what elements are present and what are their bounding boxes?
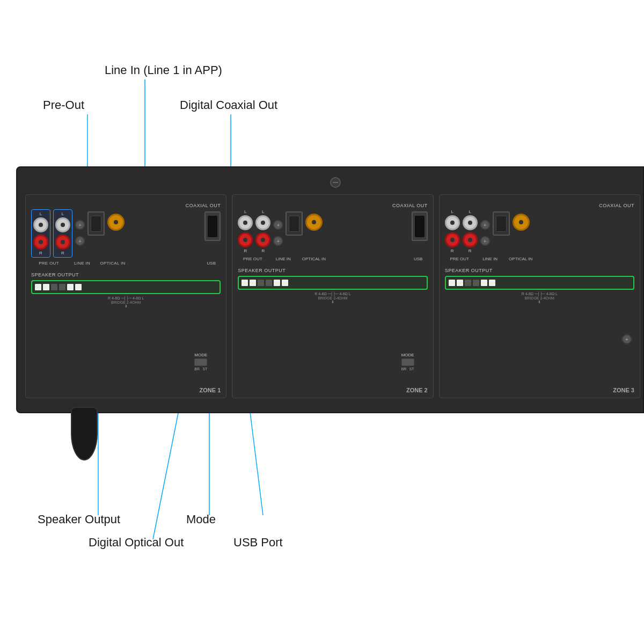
usb-group-z1 — [204, 209, 221, 241]
line-in-group-z3: L R — [463, 209, 478, 253]
optical-in-group-z3 — [493, 209, 510, 236]
line-in-label: Line In (Line 1 in APP) — [105, 63, 222, 77]
speaker-output-label: Speaker Output — [38, 513, 120, 526]
speaker-output-label-z1: SPEAKER OUTPUT — [31, 272, 221, 277]
terminal-diagram-z1: R 4-8Ω ─┤├─ 4-8Ω L BRIDGE 2-4OHM ⬇ — [31, 296, 221, 309]
coaxial-out-label-z1: COAXIAL OUT — [31, 203, 221, 208]
line-in-group-z1: L R — [53, 209, 72, 258]
pre-out-text-z3: PRE OUT — [445, 257, 474, 261]
usb-text-z1: USB — [202, 261, 221, 266]
line-in-r-z2[interactable] — [255, 232, 270, 247]
ground-screw-z3[interactable] — [622, 330, 632, 344]
speaker-output-label-z2: SPEAKER OUTPUT — [238, 268, 427, 273]
usb-text-z2: USB — [409, 257, 428, 261]
zone-3-label: ZONE 3 — [613, 387, 634, 393]
terminal-pin-1 — [35, 284, 41, 290]
zone-3-panel: COAXIAL OUT L R L R — [439, 194, 640, 398]
zone-container: COAXIAL OUT L R L R — [23, 194, 643, 398]
terminal-pin-4 — [59, 284, 65, 290]
ground-screw-2-z1[interactable] — [75, 236, 85, 246]
optical-in-text-z2: OPTICAL IN — [299, 257, 328, 261]
zone-1-panel: COAXIAL OUT L R L R — [25, 194, 226, 398]
line-in-r-z3[interactable] — [463, 232, 478, 247]
speaker-terminal-z2[interactable] — [238, 276, 427, 290]
usb-port-label: USB Port — [233, 536, 283, 550]
optical-in-group-z1 — [87, 209, 105, 236]
optical-in-group-z2 — [286, 209, 303, 236]
top-screw — [330, 177, 341, 188]
mode-area-z1: MODE BR ST — [194, 353, 207, 371]
svg-line-4 — [153, 392, 182, 539]
ground-screw-2-z3[interactable] — [480, 236, 490, 246]
mode-label: Mode — [186, 513, 216, 526]
pre-out-l-z1[interactable] — [33, 217, 48, 232]
ground-screw-1-z3[interactable] — [480, 220, 490, 230]
line-in-l-z2[interactable] — [255, 215, 270, 230]
coaxial-out-connector-z2[interactable] — [305, 214, 323, 231]
terminal-diagram-z2: R 4-8Ω ─┤├─ 4-8Ω L BRIDGE 2-4OHM ⬇ — [238, 292, 427, 304]
terminal-pin-6 — [75, 284, 82, 290]
pre-out-group-z1: L R — [31, 209, 50, 258]
pre-out-group-z3: L R — [445, 209, 460, 253]
pre-out-r-z3[interactable] — [445, 232, 460, 247]
optical-in-connector-z1[interactable] — [87, 211, 105, 236]
line-in-l-z1[interactable] — [55, 217, 70, 232]
pre-out-text-z2: PRE OUT — [238, 257, 267, 261]
optical-in-text-z1: OPTICAL IN — [99, 261, 127, 266]
terminal-pin-2 — [43, 284, 49, 290]
ground-screw-1-z1[interactable] — [75, 220, 85, 230]
coaxial-out-group-z1 — [107, 209, 125, 231]
coaxial-out-connector-z3[interactable] — [513, 214, 530, 231]
cable-stand — [71, 407, 98, 460]
optical-in-connector-z3[interactable] — [493, 211, 510, 236]
line-in-l-z3[interactable] — [463, 215, 478, 230]
terminal-pin-3 — [51, 284, 57, 290]
coaxial-out-label-z2: COAXIAL OUT — [238, 203, 427, 208]
line-in-text-z3: LINE IN — [475, 257, 505, 261]
pre-out-text-z1: PRE OUT — [32, 261, 65, 266]
digital-optical-out-label: Digital Optical Out — [89, 536, 184, 550]
speaker-output-area-z3: SPEAKER OUTPUT R 4-8Ω ─┤├─ 4-8Ω L BRIDGE… — [445, 268, 634, 304]
speaker-terminal-z1[interactable] — [31, 280, 221, 294]
optical-in-connector-z2[interactable] — [286, 211, 303, 236]
coaxial-out-label-z3: COAXIAL OUT — [445, 203, 634, 208]
pre-out-l-z3[interactable] — [445, 215, 460, 230]
speaker-output-area-z1: SPEAKER OUTPUT R 4-8Ω ─┤├─ 4-8Ω L BRIDGE… — [31, 272, 221, 309]
terminal-pin-5 — [67, 284, 74, 290]
line-in-text-z2: LINE IN — [268, 257, 298, 261]
amplifier-unit: COAXIAL OUT L R L R — [16, 166, 644, 413]
pre-out-r-z1[interactable] — [33, 235, 48, 250]
pre-out-r-z2[interactable] — [238, 232, 253, 247]
speaker-output-label-z3: SPEAKER OUTPUT — [445, 268, 634, 273]
mode-switch-z2[interactable] — [401, 358, 414, 366]
zone-2-panel: COAXIAL OUT L R L R — [232, 194, 433, 398]
pre-out-l-z2[interactable] — [238, 215, 253, 230]
line-in-group-z2: L R — [255, 209, 270, 253]
ground-screw-1-z2[interactable] — [273, 220, 283, 230]
coaxial-out-group-z3 — [513, 209, 530, 231]
speaker-output-area-z2: SPEAKER OUTPUT R 4-8Ω ─┤├─ 4-8Ω L BRIDGE… — [238, 268, 427, 304]
line-in-text-z1: LINE IN — [67, 261, 98, 266]
br-st-labels-z1: BR ST — [194, 367, 207, 371]
terminal-diagram-z3: R 4-8Ω ─┤├─ 4-8Ω L BRIDGE 2-4OHM ⬇ — [445, 292, 634, 304]
zone-1-label: ZONE 1 — [200, 387, 221, 393]
speaker-terminal-z3[interactable] — [445, 276, 634, 290]
line-in-r-z1[interactable] — [55, 235, 70, 250]
zone-2-label: ZONE 2 — [406, 387, 428, 393]
usb-group-z2 — [412, 209, 428, 241]
br-st-labels-z2: BR ST — [401, 367, 414, 371]
ground-screw-2-z2[interactable] — [273, 236, 283, 246]
digital-coaxial-out-label: Digital Coaxial Out — [180, 98, 277, 112]
usb-connector-z1[interactable] — [204, 211, 221, 241]
mode-area-z2: MODE BR ST — [401, 353, 414, 371]
pre-out-group-z2: L R — [238, 209, 253, 253]
pre-out-label: Pre-Out — [43, 98, 84, 112]
optical-in-text-z3: OPTICAL IN — [506, 257, 536, 261]
usb-connector-z2[interactable] — [412, 211, 428, 241]
coaxial-out-group-z2 — [305, 209, 323, 231]
coaxial-out-connector-z1[interactable] — [107, 214, 125, 231]
mode-switch-z1[interactable] — [194, 358, 207, 366]
